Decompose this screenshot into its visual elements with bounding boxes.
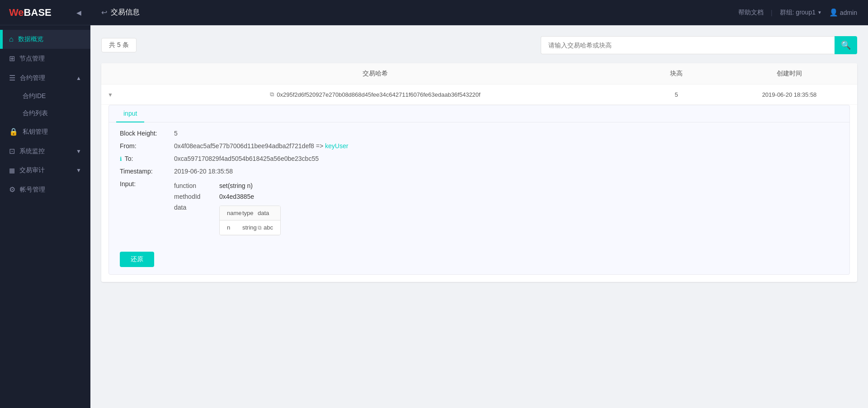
table-header: 交易哈希 块高 创建时间	[101, 63, 857, 84]
function-value: set(string n)	[219, 182, 253, 189]
sidebar-logo: WeBASE ◀	[0, 0, 90, 25]
tab-input[interactable]: input	[116, 105, 144, 122]
detail-block-height-row: Block Height: 5	[120, 130, 839, 137]
data-row-data-value: abc	[264, 224, 273, 231]
cell-block-height: 5	[631, 91, 722, 98]
col-tx-hash: 交易哈希	[119, 70, 631, 78]
sidebar-item-label: 交易审计	[19, 166, 45, 174]
table-row: ▼ ⧉ 0x295f2d6f520927e270b08d868d45fee34c…	[101, 84, 857, 105]
sidebar-item-label: 帐号管理	[20, 186, 45, 194]
data-key: data	[174, 204, 219, 211]
data-col-name: name	[227, 210, 242, 216]
record-count: 共 5 条	[101, 38, 137, 52]
col-expand	[101, 70, 119, 78]
sidebar-item-node-manage[interactable]: ⊞ 节点管理	[0, 49, 90, 68]
cell-create-time: 2019-06-20 18:35:58	[722, 91, 857, 98]
detail-timestamp-row: Timestamp: 2019-06-20 18:35:58	[120, 168, 839, 175]
expand-content: Block Height: 5 From: 0x4f08eac5af5e77b7…	[109, 122, 849, 274]
main-container: ↩ 交易信息 帮助文档 | 群组: group1 ▼ 👤 admin 共 5 条…	[90, 0, 868, 408]
restore-button[interactable]: 还原	[120, 252, 154, 267]
back-icon[interactable]: ↩	[101, 8, 107, 17]
cell-expand[interactable]: ▼	[101, 91, 119, 98]
timestamp-value: 2019-06-20 18:35:58	[174, 168, 233, 175]
sidebar-item-account-manage[interactable]: ⚙ 帐号管理	[0, 180, 90, 199]
to-value: 0xca597170829f4ad5054b618425a56e0be23cbc…	[174, 155, 319, 162]
sidebar-item-label: 系统监控	[19, 147, 45, 155]
col-create-time: 创建时间	[722, 70, 857, 78]
help-docs-link[interactable]: 帮助文档	[738, 9, 764, 17]
group-selector[interactable]: 群组: group1 ▼	[780, 9, 822, 17]
lock-icon: 🔒	[9, 127, 18, 136]
block-height-label: Block Height:	[120, 130, 174, 137]
user-menu[interactable]: 👤 admin	[829, 8, 857, 17]
monitor-icon: ⊡	[9, 147, 15, 155]
search-input[interactable]	[541, 36, 835, 54]
sidebar-item-contract-list[interactable]: 合约列表	[0, 105, 90, 122]
contract-icon: ☰	[9, 74, 15, 82]
data-col-data: data	[258, 210, 273, 216]
group-label: 群组: group1	[780, 9, 816, 17]
search-input-wrap: 🔍	[541, 36, 857, 54]
input-section: function set(string n) methodId 0x4ed388…	[174, 182, 281, 239]
input-data-table: name type data n string ⧉	[219, 206, 281, 235]
detail-from-row: From: 0x4f08eac5af5e77b7006d11bee94adba2…	[120, 142, 839, 150]
method-id-key: methodId	[174, 193, 219, 200]
content-area: 共 5 条 🔍 交易哈希 块高 创建时间 ▼	[90, 25, 868, 408]
header-title-group: ↩ 交易信息	[101, 8, 140, 17]
header-divider: |	[771, 9, 773, 16]
sidebar-item-contract-ide[interactable]: 合约IDE	[0, 88, 90, 105]
sidebar: WeBASE ◀ ⌂ 数据概览 ⊞ 节点管理 ☰ 合约管理 ▲ 合约IDE 合约…	[0, 0, 90, 408]
expand-panel: input Block Height: 5 From: 0x4f08eac5af…	[108, 105, 850, 275]
info-icon: ℹ	[120, 156, 122, 162]
block-height-value: 5	[174, 130, 178, 137]
logo-base: BASE	[24, 7, 52, 18]
audit-icon: ▦	[9, 167, 15, 174]
sidebar-item-data-overview[interactable]: ⌂ 数据概览	[0, 30, 90, 49]
user-icon: 👤	[829, 8, 838, 17]
detail-input-row: Input: function set(string n) methodId 0…	[120, 180, 839, 239]
sidebar-item-contract-manage[interactable]: ☰ 合约管理 ▲	[0, 68, 90, 88]
function-key: function	[174, 182, 219, 189]
sidebar-collapse-button[interactable]: ◀	[76, 9, 81, 16]
input-methodid-row: methodId 0x4ed3885e	[174, 193, 281, 200]
search-bar: 共 5 条 🔍	[101, 36, 857, 54]
node-icon: ⊞	[9, 54, 15, 63]
group-chevron-down-icon: ▼	[817, 10, 822, 15]
cell-tx-hash: ⧉ 0x295f2d6f520927e270b08d868d45fee34c64…	[119, 91, 631, 98]
input-data-header: name type data	[220, 206, 280, 220]
copy-data-icon[interactable]: ⧉	[258, 225, 262, 231]
from-alias-link[interactable]: keyUser	[325, 142, 348, 150]
chevron-up-icon: ▲	[76, 75, 81, 81]
expand-tabs: input	[109, 105, 849, 122]
to-label: ℹ To:	[120, 155, 174, 162]
input-data-row: data name type data n stri	[174, 204, 281, 235]
sidebar-sub-item-label: 合约列表	[23, 109, 48, 117]
home-icon: ⌂	[9, 35, 14, 43]
copy-hash-icon[interactable]: ⧉	[270, 91, 274, 98]
sidebar-item-system-monitor[interactable]: ⊡ 系统监控 ▼	[0, 141, 90, 161]
page-title: 交易信息	[111, 8, 140, 17]
search-button[interactable]: 🔍	[835, 36, 857, 54]
chevron-down-icon: ▼	[76, 148, 81, 155]
data-col-type: type	[242, 210, 258, 216]
row-expand-icon: ▼	[108, 92, 113, 98]
header-right: 帮助文档 | 群组: group1 ▼ 👤 admin	[738, 8, 857, 17]
sidebar-item-key-manage[interactable]: 🔒 私钥管理	[0, 122, 90, 141]
sidebar-sub-item-label: 合约IDE	[23, 92, 46, 100]
col-block-height: 块高	[631, 70, 722, 78]
chevron-down-icon-2: ▼	[76, 167, 81, 174]
input-label: Input:	[120, 180, 174, 188]
from-label: From:	[120, 142, 174, 150]
method-id-value: 0x4ed3885e	[219, 193, 254, 200]
brand-logo: WeBASE	[9, 7, 52, 19]
sidebar-item-label: 数据概览	[18, 35, 43, 43]
data-row-data: ⧉ abc	[258, 224, 273, 231]
sidebar-item-label: 节点管理	[19, 55, 45, 63]
sidebar-item-label: 合约管理	[20, 74, 45, 82]
sidebar-item-tx-audit[interactable]: ▦ 交易审计 ▼	[0, 161, 90, 180]
sidebar-item-label: 私钥管理	[23, 128, 48, 136]
sidebar-nav: ⌂ 数据概览 ⊞ 节点管理 ☰ 合约管理 ▲ 合约IDE 合约列表 🔒 私钥管理…	[0, 25, 90, 204]
from-address: 0x4f08eac5af5e77b7006d11bee94adba2f721de…	[174, 142, 325, 150]
data-row-name: n	[227, 224, 242, 231]
transaction-table: 交易哈希 块高 创建时间 ▼ ⧉ 0x295f2d6f520927e270b08…	[101, 63, 857, 282]
